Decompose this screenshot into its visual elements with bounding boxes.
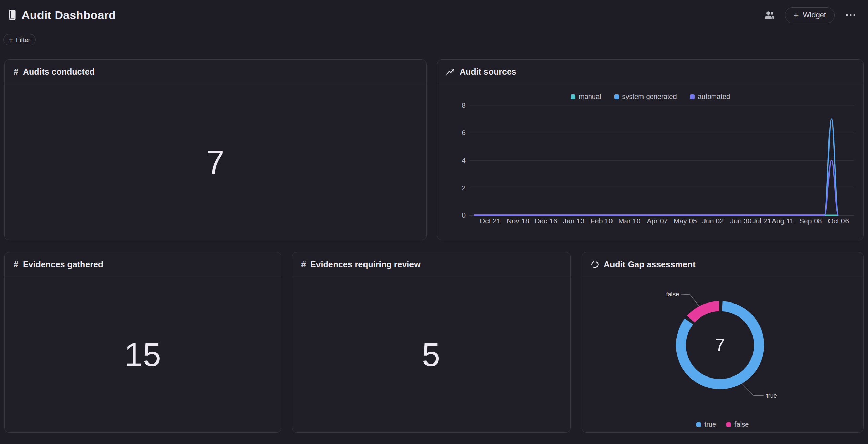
legend-label: manual (579, 93, 601, 101)
legend-swatch (571, 94, 575, 99)
ellipsis-icon (845, 13, 856, 17)
x-axis-tick-label: Nov 18 (507, 217, 529, 225)
x-axis-tick-label: Jul 21 (752, 217, 771, 225)
page-title: Audit Dashboard (21, 9, 116, 22)
series-line-system-generated (474, 119, 838, 215)
hash-icon: # (301, 260, 306, 269)
donut-label-line (681, 294, 699, 306)
widget-audit-sources: Audit sources manualsystem-generatedauto… (437, 59, 864, 240)
top-bar: Audit Dashboard + Widget (0, 0, 868, 30)
legend-swatch (690, 94, 695, 99)
x-axis-tick-label: Mar 10 (618, 217, 640, 225)
widget-title: Audit sources (460, 67, 516, 77)
x-axis-tick-label: Oct 06 (828, 217, 849, 225)
plus-icon: + (793, 11, 799, 19)
x-axis-tick-label: Jun 02 (702, 217, 724, 225)
add-widget-label: Widget (803, 11, 826, 19)
widget-title: Audits conducted (23, 67, 95, 77)
more-menu-button[interactable] (843, 12, 858, 18)
legend-swatch (614, 94, 619, 99)
plus-icon: + (9, 36, 13, 43)
widget-title: Evidences requiring review (310, 260, 421, 269)
legend-item-true[interactable]: true (696, 420, 716, 428)
filter-row: + Filter (0, 30, 868, 45)
widget-title: Audit Gap assessment (604, 260, 696, 269)
legend-label: system-generated (622, 93, 677, 101)
x-axis-tick-label: May 05 (673, 217, 697, 225)
filter-button-label: Filter (16, 36, 30, 44)
hash-icon: # (14, 67, 18, 77)
hash-icon: # (14, 260, 18, 269)
topbar-actions: + Widget (763, 7, 858, 23)
page-title-group: Audit Dashboard (5, 9, 116, 22)
widget-evidences-gathered: # Evidences gathered 15 (4, 252, 281, 433)
donut-slice-label: true (766, 392, 777, 399)
users-icon[interactable] (763, 9, 776, 21)
line-chart: 02468Oct 21Nov 18Dec 16Jan 13Feb 10Mar 1… (437, 84, 863, 240)
x-axis-tick-label: Oct 21 (480, 217, 501, 225)
widget-evidences-requiring-review: # Evidences requiring review 5 (292, 252, 571, 433)
widget-title: Evidences gathered (23, 260, 103, 269)
add-widget-button[interactable]: + Widget (785, 7, 835, 23)
donut-center-value: 7 (715, 336, 725, 355)
legend-item-automated[interactable]: automated (690, 93, 730, 101)
widget-header: # Audits conducted (5, 60, 426, 84)
donut-chart: 7truefalse (582, 277, 863, 432)
stat-value: 15 (124, 336, 161, 373)
x-axis-tick-label: Feb 10 (590, 217, 613, 225)
widget-body: 5 (292, 277, 570, 432)
legend-item-false[interactable]: false (726, 420, 749, 428)
x-axis-tick-label: Sep 08 (799, 217, 822, 225)
line-chart-legend: manualsystem-generatedautomated (437, 93, 863, 101)
book-icon (5, 9, 17, 21)
y-axis-tick-label: 8 (462, 101, 466, 109)
legend-item-system-generated[interactable]: system-generated (614, 93, 677, 101)
y-axis-tick-label: 0 (462, 211, 466, 219)
x-axis-tick-label: Aug 11 (772, 217, 794, 225)
widget-body: 7 (5, 84, 426, 240)
legend-swatch (696, 422, 701, 427)
legend-swatch (726, 422, 731, 427)
y-axis-tick-label: 2 (462, 184, 466, 192)
widget-audits-conducted: # Audits conducted 7 (4, 59, 427, 240)
legend-label: automated (698, 93, 730, 101)
widget-body: 15 (5, 277, 281, 432)
donut-label-line (742, 384, 764, 396)
stat-value: 5 (422, 336, 440, 373)
donut-slice-label: false (666, 291, 679, 298)
widget-audit-gap-assessment: Audit Gap assessment 7truefalse truefals… (582, 252, 864, 433)
widget-header: Audit Gap assessment (582, 252, 863, 277)
x-axis-tick-label: Dec 16 (534, 217, 557, 225)
legend-label: false (734, 420, 749, 428)
widget-header: Audit sources (437, 60, 863, 84)
line-chart-area: manualsystem-generatedautomated 02468Oct… (437, 84, 863, 240)
legend-item-manual[interactable]: manual (571, 93, 601, 101)
widget-header: # Evidences gathered (5, 252, 281, 277)
widget-header: # Evidences requiring review (292, 252, 570, 277)
y-axis-tick-label: 6 (462, 129, 466, 136)
y-axis-tick-label: 4 (462, 156, 466, 164)
legend-label: true (704, 420, 716, 428)
donut-chart-area: 7truefalse truefalse (582, 277, 863, 432)
x-axis-tick-label: Apr 07 (647, 217, 668, 225)
trending-up-icon (446, 68, 455, 76)
donut-slice-false (691, 306, 719, 319)
x-axis-tick-label: Jan 13 (563, 217, 585, 225)
x-axis-tick-label: Jun 30 (730, 217, 751, 225)
stat-value: 7 (206, 144, 224, 181)
donut-chart-legend: truefalse (582, 420, 863, 428)
donut-ring-icon (591, 260, 599, 269)
filter-button[interactable]: + Filter (3, 34, 36, 45)
